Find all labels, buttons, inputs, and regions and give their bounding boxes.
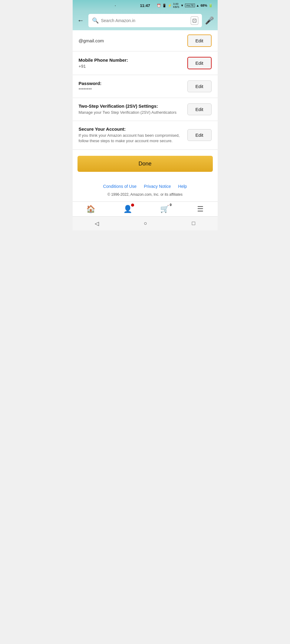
password-row: Password: ******** Edit — [73, 75, 218, 98]
home-icon: 🏠 — [86, 205, 95, 213]
search-bar-container: 🔍 ⊡ — [88, 14, 202, 27]
footer-links: Conditions of Use Privacy Notice Help — [73, 178, 218, 191]
conditions-link[interactable]: Conditions of Use — [103, 184, 137, 189]
signal-icon: ▲ — [196, 4, 199, 7]
email-row: @gmail.com Edit — [73, 30, 218, 51]
status-dot: • — [115, 4, 116, 7]
volte-icon: VoLTE — [185, 4, 195, 7]
back-button[interactable]: ← — [76, 15, 85, 26]
nav-home[interactable]: 🏠 — [86, 205, 95, 213]
secure-account-info: Secure Your Account: If you think your A… — [79, 126, 187, 144]
mobile-value: +91 — [79, 64, 183, 69]
secure-account-edit-button[interactable]: Edit — [187, 129, 212, 141]
account-settings-content: @gmail.com Edit Mobile Phone Number: +91… — [73, 30, 218, 150]
nav-menu[interactable]: ☰ — [197, 205, 204, 213]
help-link[interactable]: Help — [178, 184, 187, 189]
system-back-button[interactable]: ◁ — [95, 220, 99, 227]
done-button[interactable]: Done — [77, 156, 213, 172]
search-input[interactable] — [101, 18, 188, 23]
password-label: Password: — [79, 81, 183, 86]
mobile-label: Mobile Phone Number: — [79, 57, 183, 63]
bluetooth-icon: ⚡ — [168, 4, 172, 8]
system-nav: ◁ ○ □ — [73, 216, 218, 230]
system-home-button[interactable]: ○ — [144, 220, 147, 227]
battery-icon: 🔋 — [209, 4, 213, 8]
bottom-nav: 🏠 👤 🛒 0 ☰ — [73, 201, 218, 216]
secure-account-row: Secure Your Account: If you think your A… — [73, 121, 218, 149]
camera-icon[interactable]: ⊡ — [191, 16, 198, 25]
nav-account[interactable]: 👤 — [123, 205, 132, 213]
password-edit-button[interactable]: Edit — [187, 80, 212, 92]
mobile-edit-button[interactable]: Edit — [187, 57, 212, 69]
2sv-description: Manage your Two Step Verification (2SV) … — [79, 110, 183, 115]
nav-cart[interactable]: 🛒 0 — [160, 205, 169, 213]
status-bar: 11:47 • ⏰ 📳 ⚡ 3.00KB/S ▼ VoLTE ▲ 68% 🔋 — [73, 0, 218, 11]
done-section: Done — [73, 150, 218, 178]
2sv-label: Two-Step Verification (2SV) Settings: — [79, 103, 183, 109]
cart-icon: 🛒 — [160, 205, 169, 213]
2sv-edit-button[interactable]: Edit — [187, 103, 212, 115]
2sv-info: Two-Step Verification (2SV) Settings: Ma… — [79, 103, 187, 115]
password-value: ******** — [79, 87, 183, 92]
footer-copyright: © 1996-2022, Amazon.com, Inc. or its aff… — [73, 191, 218, 201]
system-recents-button[interactable]: □ — [192, 220, 195, 227]
account-badge — [131, 204, 134, 207]
email-edit-button[interactable]: Edit — [187, 34, 212, 47]
menu-icon: ☰ — [197, 205, 204, 213]
secure-account-label: Secure Your Account: — [79, 126, 183, 132]
email-value: @gmail.com — [79, 38, 104, 43]
mobile-row: Mobile Phone Number: +91 Edit — [73, 51, 218, 75]
status-time: 11:47 — [140, 3, 150, 8]
password-info: Password: ******** — [79, 81, 187, 92]
data-speed: 3.00KB/S — [173, 2, 180, 8]
account-icon: 👤 — [123, 205, 132, 213]
vibrate-icon: 📳 — [162, 4, 166, 8]
privacy-link[interactable]: Privacy Notice — [144, 184, 171, 189]
alarm-icon: ⏰ — [157, 4, 161, 8]
secure-account-description: If you think your Amazon account has bee… — [79, 133, 183, 144]
search-icon: 🔍 — [92, 17, 99, 24]
2sv-row: Two-Step Verification (2SV) Settings: Ma… — [73, 98, 218, 121]
battery-text: 68% — [200, 4, 207, 7]
cart-count: 0 — [170, 203, 172, 207]
mobile-info: Mobile Phone Number: +91 — [79, 57, 187, 69]
mic-icon[interactable]: 🎤 — [205, 16, 214, 25]
wifi-icon: ▼ — [180, 4, 184, 7]
status-icons: ⏰ 📳 ⚡ 3.00KB/S ▼ VoLTE ▲ 68% 🔋 — [157, 2, 213, 8]
top-bar: ← 🔍 ⊡ 🎤 — [73, 11, 218, 30]
